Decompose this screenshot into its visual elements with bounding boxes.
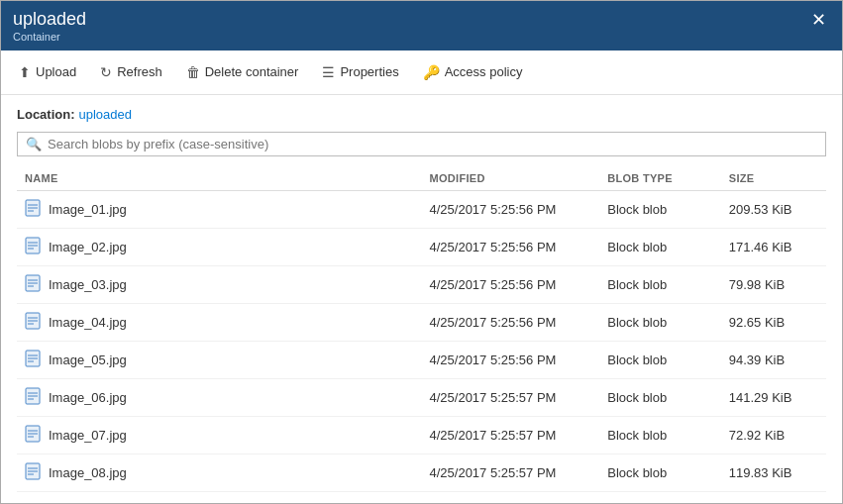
upload-icon: ⬆ — [19, 64, 31, 80]
file-size: 94.39 KiB — [721, 341, 826, 378]
col-header-blobtype: BLOB TYPE — [599, 166, 721, 191]
file-size: 171.46 KiB — [721, 228, 826, 265]
table-row[interactable]: Image_02.jpg 4/25/2017 5:25:56 PM Block … — [17, 228, 826, 265]
search-bar: 🔍 — [17, 132, 826, 156]
col-header-name: NAME — [17, 166, 422, 191]
access-policy-label: Access policy — [445, 64, 523, 79]
location-path[interactable]: uploaded — [79, 107, 133, 122]
window-title: uploaded — [13, 9, 86, 31]
file-icon — [25, 350, 41, 370]
toolbar: ⬆ Upload ↻ Refresh 🗑 Delete container ☰ … — [1, 50, 842, 95]
delete-icon: 🗑 — [186, 64, 200, 80]
table-row[interactable]: Image_07.jpg 4/25/2017 5:25:57 PM Block … — [17, 416, 826, 454]
file-blobtype: Block blob — [599, 303, 721, 341]
file-size: 72.92 KiB — [721, 416, 826, 454]
delete-label: Delete container — [205, 64, 299, 79]
file-name-cell[interactable]: Image_01.jpg — [17, 190, 422, 228]
file-size: 141.29 KiB — [721, 378, 826, 416]
refresh-button[interactable]: ↻ Refresh — [90, 54, 172, 90]
title-bar: uploaded Container ✕ — [1, 1, 842, 50]
file-icon — [25, 425, 41, 446]
file-icon — [25, 199, 41, 220]
file-name: Image_05.jpg — [49, 353, 127, 367]
search-input[interactable] — [48, 137, 817, 151]
file-name-cell[interactable]: Image_04.jpg — [17, 303, 422, 341]
file-blobtype: Block blob — [599, 454, 721, 491]
file-modified: 4/25/2017 5:25:56 PM — [422, 341, 600, 378]
refresh-label: Refresh — [117, 64, 162, 79]
properties-label: Properties — [340, 64, 398, 79]
file-icon — [25, 462, 41, 483]
file-blobtype: Block blob — [599, 265, 721, 303]
table-row[interactable]: Image_08.jpg 4/25/2017 5:25:57 PM Block … — [17, 454, 826, 491]
file-table: NAME MODIFIED BLOB TYPE SIZE Image_01.jp… — [17, 166, 826, 492]
file-size: 209.53 KiB — [721, 190, 826, 228]
properties-button[interactable]: ☰ Properties — [312, 54, 408, 90]
file-name-cell[interactable]: Image_05.jpg — [17, 341, 422, 378]
content-area: Location: uploaded 🔍 NAME MODIFIED BLOB … — [1, 95, 842, 503]
file-blobtype: Block blob — [599, 416, 721, 454]
file-name-cell[interactable]: Image_08.jpg — [17, 454, 422, 491]
file-icon — [25, 237, 41, 257]
file-name: Image_03.jpg — [49, 277, 127, 292]
close-button[interactable]: ✕ — [807, 9, 830, 31]
file-name: Image_08.jpg — [49, 465, 127, 480]
table-row[interactable]: Image_04.jpg 4/25/2017 5:25:56 PM Block … — [17, 303, 826, 341]
file-blobtype: Block blob — [599, 341, 721, 378]
file-modified: 4/25/2017 5:25:57 PM — [422, 378, 600, 416]
file-modified: 4/25/2017 5:25:56 PM — [422, 190, 600, 228]
file-size: 79.98 KiB — [721, 265, 826, 303]
location-bar: Location: uploaded — [17, 107, 826, 122]
table-body: Image_01.jpg 4/25/2017 5:25:56 PM Block … — [17, 190, 826, 491]
properties-icon: ☰ — [322, 64, 335, 80]
table-row[interactable]: Image_01.jpg 4/25/2017 5:25:56 PM Block … — [17, 190, 826, 228]
table-header: NAME MODIFIED BLOB TYPE SIZE — [17, 166, 826, 191]
title-bar-left: uploaded Container — [13, 9, 86, 43]
access-policy-button[interactable]: 🔑 Access policy — [413, 54, 533, 90]
file-modified: 4/25/2017 5:25:56 PM — [422, 228, 600, 265]
delete-container-button[interactable]: 🗑 Delete container — [176, 54, 309, 90]
file-size: 119.83 KiB — [721, 454, 826, 491]
table-row[interactable]: Image_06.jpg 4/25/2017 5:25:57 PM Block … — [17, 378, 826, 416]
file-name: Image_07.jpg — [49, 428, 127, 443]
window-subtitle: Container — [13, 31, 86, 43]
key-icon: 🔑 — [423, 64, 440, 80]
search-icon: 🔍 — [26, 137, 42, 151]
refresh-icon: ↻ — [100, 64, 112, 80]
file-modified: 4/25/2017 5:25:56 PM — [422, 303, 600, 341]
main-window: uploaded Container ✕ ⬆ Upload ↻ Refresh … — [0, 0, 843, 504]
file-blobtype: Block blob — [599, 228, 721, 265]
table-row[interactable]: Image_03.jpg 4/25/2017 5:25:56 PM Block … — [17, 265, 826, 303]
file-icon — [25, 312, 41, 333]
file-icon — [25, 387, 41, 408]
file-size: 92.65 KiB — [721, 303, 826, 341]
location-label: Location: — [17, 107, 75, 122]
file-icon — [25, 274, 41, 295]
file-modified: 4/25/2017 5:25:57 PM — [422, 454, 600, 491]
file-blobtype: Block blob — [599, 378, 721, 416]
file-modified: 4/25/2017 5:25:56 PM — [422, 265, 600, 303]
table-row[interactable]: Image_05.jpg 4/25/2017 5:25:56 PM Block … — [17, 341, 826, 378]
file-name-cell[interactable]: Image_03.jpg — [17, 265, 422, 303]
file-blobtype: Block blob — [599, 190, 721, 228]
file-name-cell[interactable]: Image_06.jpg — [17, 378, 422, 416]
file-name: Image_02.jpg — [49, 240, 127, 254]
col-header-size: SIZE — [721, 166, 826, 191]
file-name: Image_04.jpg — [49, 315, 127, 330]
file-name: Image_01.jpg — [49, 202, 127, 217]
file-name: Image_06.jpg — [49, 390, 127, 405]
file-name-cell[interactable]: Image_02.jpg — [17, 228, 422, 265]
upload-label: Upload — [36, 64, 76, 79]
col-header-modified: MODIFIED — [422, 166, 600, 191]
upload-button[interactable]: ⬆ Upload — [9, 54, 86, 90]
file-modified: 4/25/2017 5:25:57 PM — [422, 416, 600, 454]
file-name-cell[interactable]: Image_07.jpg — [17, 416, 422, 454]
